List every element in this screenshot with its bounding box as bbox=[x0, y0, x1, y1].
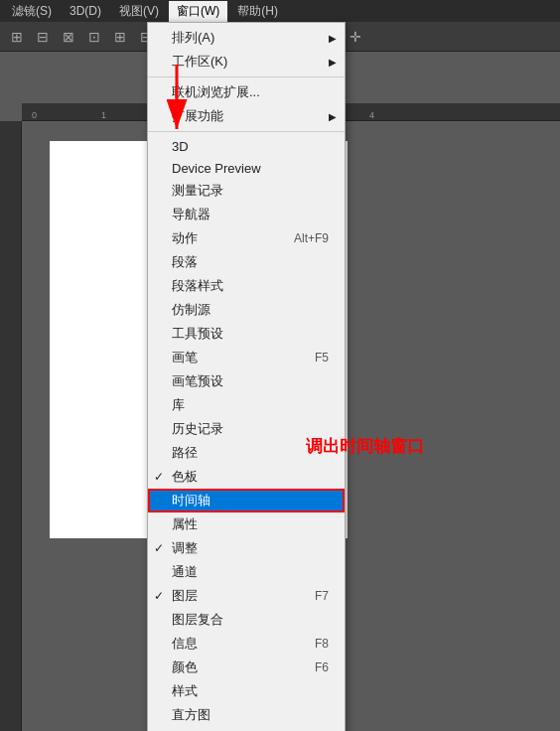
ruler-label-1: 1 bbox=[101, 110, 106, 120]
menu-item-clone-source-label: 仿制源 bbox=[172, 301, 210, 319]
menu-item-browse-extensions[interactable]: 联机浏览扩展... bbox=[148, 80, 345, 104]
menu-item-swatches-checkmark: ✓ bbox=[154, 470, 164, 484]
menu-item-layer-comps-label: 图层复合 bbox=[172, 611, 223, 629]
toolbar-icon-2[interactable]: ⊟ bbox=[32, 26, 54, 48]
menu-item-brush[interactable]: 画笔 F5 bbox=[148, 346, 345, 369]
toolbar-icon-3[interactable]: ⊠ bbox=[58, 26, 79, 48]
ruler-label-0: 0 bbox=[32, 110, 37, 120]
toolbar-icon-11[interactable]: ✛ bbox=[345, 26, 366, 48]
toolbar-icon-5[interactable]: ⊞ bbox=[109, 26, 131, 48]
menubar: 滤镜(S) 3D(D) 视图(V) 窗口(W) 帮助(H) bbox=[0, 0, 560, 22]
menu-section-2: 联机浏览扩展... 扩展功能 bbox=[148, 77, 345, 132]
menu-item-adjustments-checkmark: ✓ bbox=[154, 541, 164, 555]
menu-item-actions-label: 动作 bbox=[172, 229, 198, 247]
menu-item-channels[interactable]: 通道 bbox=[148, 560, 345, 584]
menu-item-histogram[interactable]: 直方图 bbox=[148, 703, 345, 727]
menu-item-library-label: 库 bbox=[172, 396, 185, 414]
menu-item-workspace-label: 工作区(K) bbox=[172, 53, 227, 71]
menu-item-extensions-label: 扩展功能 bbox=[172, 107, 223, 125]
menu-item-layers[interactable]: ✓ 图层 F7 bbox=[148, 584, 345, 608]
menu-item-color-shortcut: F6 bbox=[315, 660, 329, 674]
menu-item-brush-presets[interactable]: 画笔预设 bbox=[148, 369, 345, 393]
menu-item-paths-label: 路径 bbox=[172, 444, 198, 462]
menu-item-library[interactable]: 库 bbox=[148, 393, 345, 417]
menu-item-layers-shortcut: F7 bbox=[315, 589, 329, 603]
menu-item-actions[interactable]: 动作 Alt+F9 bbox=[148, 226, 345, 250]
menu-item-histogram-label: 直方图 bbox=[172, 706, 210, 724]
menu-item-brush-presets-label: 画笔预设 bbox=[172, 372, 223, 390]
menu-item-tool-presets[interactable]: 工具预设 bbox=[148, 322, 345, 346]
menu-item-adjustments-label: 调整 bbox=[172, 539, 198, 557]
menu-item-info-label: 信息 bbox=[172, 635, 198, 653]
menu-item-swatches-label: 色板 bbox=[172, 468, 198, 486]
menu-item-swatches[interactable]: ✓ 色板 bbox=[148, 465, 345, 489]
menu-item-brush-label: 画笔 bbox=[172, 349, 198, 366]
menu-item-paragraph-label: 段落 bbox=[172, 253, 198, 271]
menu-item-properties[interactable]: 属性 bbox=[148, 512, 345, 536]
menu-item-navigator[interactable]: 导航器 bbox=[148, 203, 345, 226]
menu-item-layers-label: 图层 bbox=[172, 587, 198, 605]
menu-item-layers-checkmark: ✓ bbox=[154, 589, 164, 603]
menubar-3d[interactable]: 3D(D) bbox=[62, 2, 109, 20]
menubar-view[interactable]: 视图(V) bbox=[111, 1, 167, 22]
menu-item-paragraph-styles-label: 段落样式 bbox=[172, 277, 223, 295]
ruler-label-4: 4 bbox=[369, 110, 374, 120]
menu-item-device-preview[interactable]: Device Preview bbox=[148, 157, 345, 179]
menu-item-paragraph[interactable]: 段落 bbox=[148, 250, 345, 274]
menu-item-brush-shortcut: F5 bbox=[315, 351, 329, 365]
menu-item-history-label: 历史记录 bbox=[172, 420, 223, 438]
menu-item-actions-shortcut: Alt+F9 bbox=[294, 231, 329, 245]
menu-item-paragraph-styles[interactable]: 段落样式 bbox=[148, 274, 345, 298]
menu-item-arrange[interactable]: 排列(A) bbox=[148, 26, 345, 50]
menu-item-navigator-label: 导航器 bbox=[172, 206, 210, 223]
menu-item-adjustments[interactable]: ✓ 调整 bbox=[148, 536, 345, 560]
menu-item-timeline-label: 时间轴 bbox=[172, 492, 210, 510]
menu-item-arrange-label: 排列(A) bbox=[172, 29, 214, 47]
window-dropdown-menu: 排列(A) 工作区(K) 联机浏览扩展... 扩展功能 3D Device Pr… bbox=[147, 22, 346, 731]
menu-item-3d[interactable]: 3D bbox=[148, 135, 345, 157]
menu-item-device-preview-label: Device Preview bbox=[172, 161, 261, 176]
menu-item-workspace[interactable]: 工作区(K) bbox=[148, 50, 345, 73]
menu-section-1: 排列(A) 工作区(K) bbox=[148, 23, 345, 77]
ruler-vertical bbox=[0, 121, 22, 731]
menu-item-tool-presets-label: 工具预设 bbox=[172, 325, 223, 343]
menu-item-color-label: 颜色 bbox=[172, 658, 198, 676]
menu-item-properties-label: 属性 bbox=[172, 515, 198, 533]
menubar-filter[interactable]: 滤镜(S) bbox=[4, 1, 60, 22]
menu-item-browse-extensions-label: 联机浏览扩展... bbox=[172, 83, 260, 101]
menu-item-info[interactable]: 信息 F8 bbox=[148, 632, 345, 656]
menu-item-measure-log-label: 测量记录 bbox=[172, 182, 223, 200]
menu-item-measure-log[interactable]: 测量记录 bbox=[148, 179, 345, 203]
menu-item-styles-label: 样式 bbox=[172, 682, 198, 700]
menu-item-layer-comps[interactable]: 图层复合 bbox=[148, 608, 345, 632]
menu-item-notes[interactable]: 注释 bbox=[148, 727, 345, 731]
menu-item-extensions[interactable]: 扩展功能 bbox=[148, 104, 345, 128]
menu-item-color[interactable]: 颜色 F6 bbox=[148, 656, 345, 679]
menu-item-info-shortcut: F8 bbox=[315, 637, 329, 651]
menu-item-3d-label: 3D bbox=[172, 139, 189, 154]
menubar-window[interactable]: 窗口(W) bbox=[169, 1, 227, 22]
annotation-text: 调出时间轴窗口 bbox=[306, 435, 424, 458]
menu-item-clone-source[interactable]: 仿制源 bbox=[148, 298, 345, 322]
menu-section-3: 3D Device Preview 测量记录 导航器 动作 Alt+F9 段落 … bbox=[148, 132, 345, 731]
menu-item-styles[interactable]: 样式 bbox=[148, 679, 345, 703]
toolbar-icon-4[interactable]: ⊡ bbox=[83, 26, 105, 48]
menu-item-channels-label: 通道 bbox=[172, 563, 198, 581]
toolbar-icon-1[interactable]: ⊞ bbox=[6, 26, 28, 48]
menubar-help[interactable]: 帮助(H) bbox=[229, 1, 286, 22]
menu-item-timeline[interactable]: 时间轴 bbox=[148, 489, 345, 512]
